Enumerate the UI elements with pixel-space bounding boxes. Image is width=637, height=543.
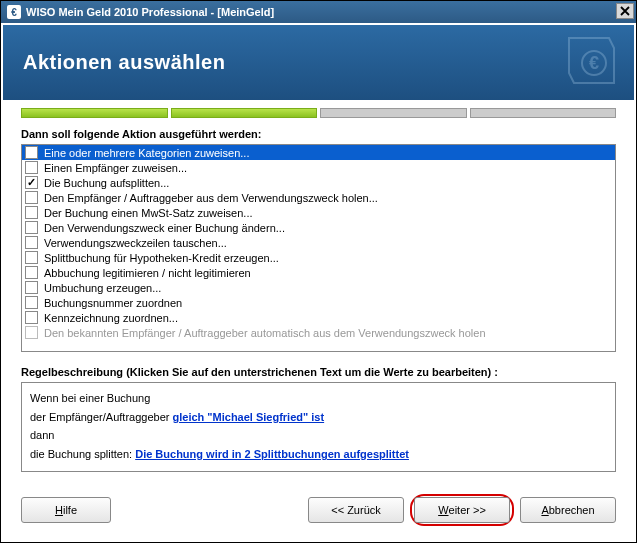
- action-label: Den Verwendungszweck einer Buchung änder…: [44, 222, 285, 234]
- progress-bar: [3, 100, 634, 118]
- action-row[interactable]: Den Verwendungszweck einer Buchung änder…: [22, 220, 615, 235]
- euro-logo-icon: €: [559, 33, 619, 90]
- action-checkbox[interactable]: [25, 221, 38, 234]
- wizard-header: Aktionen auswählen €: [3, 25, 634, 100]
- action-label: Verwendungszweckzeilen tauschen...: [44, 237, 227, 249]
- action-list[interactable]: Eine oder mehrere Kategorien zuweisen...…: [21, 144, 616, 352]
- progress-step-2: [171, 108, 318, 118]
- action-row[interactable]: Abbuchung legitimieren / nicht legitimie…: [22, 265, 615, 280]
- rule-line-3: dann: [30, 426, 607, 445]
- svg-text:€: €: [589, 53, 599, 73]
- action-row[interactable]: Eine oder mehrere Kategorien zuweisen...: [22, 145, 615, 160]
- action-label: Den bekannten Empfänger / Auftraggeber a…: [44, 327, 486, 339]
- rule-condition-link[interactable]: gleich "Michael Siegfried" ist: [172, 411, 324, 423]
- progress-step-3: [320, 108, 467, 118]
- page-title: Aktionen auswählen: [23, 51, 225, 74]
- actions-label: Dann soll folgende Aktion ausgeführt wer…: [21, 128, 616, 140]
- action-label: Eine oder mehrere Kategorien zuweisen...: [44, 147, 249, 159]
- action-label: Die Buchung aufsplitten...: [44, 177, 169, 189]
- next-button-highlight: Weiter >>: [410, 494, 514, 526]
- next-button[interactable]: Weiter >>: [414, 497, 510, 523]
- action-row[interactable]: Einen Empfänger zuweisen...: [22, 160, 615, 175]
- action-checkbox[interactable]: [25, 251, 38, 264]
- action-checkbox[interactable]: [25, 296, 38, 309]
- action-row[interactable]: Kennzeichnung zuordnen...: [22, 310, 615, 325]
- action-checkbox[interactable]: [25, 311, 38, 324]
- close-button[interactable]: [616, 3, 634, 19]
- title-bar: € WISO Mein Geld 2010 Professional - [Me…: [1, 1, 636, 23]
- action-checkbox[interactable]: [25, 191, 38, 204]
- action-label: Den Empfänger / Auftraggeber aus dem Ver…: [44, 192, 378, 204]
- action-checkbox[interactable]: [25, 161, 38, 174]
- action-checkbox[interactable]: [25, 206, 38, 219]
- action-row[interactable]: Verwendungszweckzeilen tauschen...: [22, 235, 615, 250]
- next-button-label-rest: eiter >>: [449, 504, 486, 516]
- action-label: Abbuchung legitimieren / nicht legitimie…: [44, 267, 251, 279]
- action-row[interactable]: Der Buchung einen MwSt-Satz zuweisen...: [22, 205, 615, 220]
- action-label: Buchungsnummer zuordnen: [44, 297, 182, 309]
- action-checkbox[interactable]: [25, 146, 38, 159]
- help-button-label-rest: ilfe: [63, 504, 77, 516]
- help-button-label-u: H: [55, 504, 63, 516]
- rule-line-1: Wenn bei einer Buchung: [30, 389, 607, 408]
- wizard-content: Dann soll folgende Aktion ausgeführt wer…: [3, 118, 634, 484]
- cancel-button-label-rest: bbrechen: [549, 504, 595, 516]
- rule-line-2: der Empfänger/Auftraggeber gleich "Micha…: [30, 408, 607, 427]
- action-checkbox[interactable]: [25, 266, 38, 279]
- app-icon: €: [7, 5, 21, 19]
- dialog-window: € WISO Mein Geld 2010 Professional - [Me…: [0, 0, 637, 543]
- rule-label: Regelbeschreibung (Klicken Sie auf den u…: [21, 366, 616, 378]
- action-label: Splittbuchung für Hypotheken-Kredit erze…: [44, 252, 279, 264]
- rule-line-4: die Buchung splitten: Die Buchung wird i…: [30, 445, 607, 464]
- next-button-label-u: W: [438, 504, 448, 516]
- help-button[interactable]: Hilfe: [21, 497, 111, 523]
- rule-description: Wenn bei einer Buchung der Empfänger/Auf…: [21, 382, 616, 472]
- action-label: Kennzeichnung zuordnen...: [44, 312, 178, 324]
- rule-action-link[interactable]: Die Buchung wird in 2 Splittbuchungen au…: [135, 448, 409, 460]
- action-label: Umbuchung erzeugen...: [44, 282, 161, 294]
- action-checkbox[interactable]: [25, 236, 38, 249]
- back-button[interactable]: << Zurück: [308, 497, 404, 523]
- rule-section: Regelbeschreibung (Klicken Sie auf den u…: [21, 366, 616, 472]
- action-label: Der Buchung einen MwSt-Satz zuweisen...: [44, 207, 253, 219]
- action-row[interactable]: Umbuchung erzeugen...: [22, 280, 615, 295]
- action-checkbox: [25, 326, 38, 339]
- action-label: Einen Empfänger zuweisen...: [44, 162, 187, 174]
- action-row[interactable]: Den Empfänger / Auftraggeber aus dem Ver…: [22, 190, 615, 205]
- action-checkbox[interactable]: [25, 176, 38, 189]
- cancel-button-label-u: A: [541, 504, 548, 516]
- progress-step-4: [470, 108, 617, 118]
- action-row: Den bekannten Empfänger / Auftraggeber a…: [22, 325, 615, 340]
- button-bar: Hilfe << Zurück Weiter >> Abbrechen: [3, 484, 634, 540]
- action-row[interactable]: Buchungsnummer zuordnen: [22, 295, 615, 310]
- action-checkbox[interactable]: [25, 281, 38, 294]
- progress-step-1: [21, 108, 168, 118]
- action-row[interactable]: Splittbuchung für Hypotheken-Kredit erze…: [22, 250, 615, 265]
- action-row[interactable]: Die Buchung aufsplitten...: [22, 175, 615, 190]
- window-title: WISO Mein Geld 2010 Professional - [Mein…: [26, 6, 274, 18]
- cancel-button[interactable]: Abbrechen: [520, 497, 616, 523]
